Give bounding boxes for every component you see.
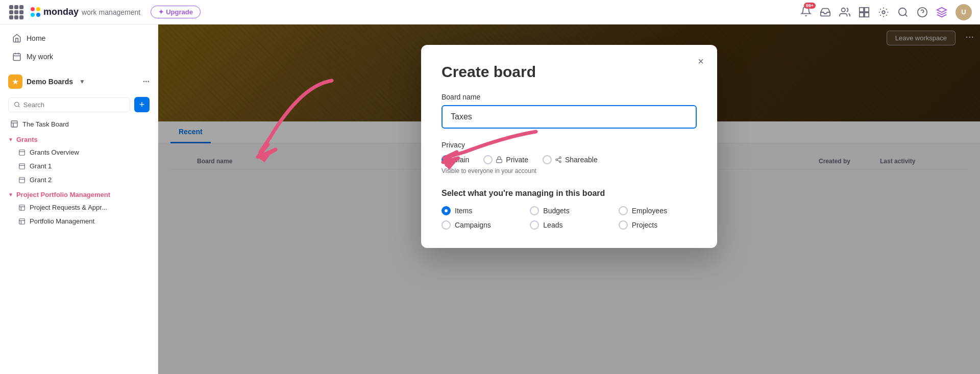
- app-subtitle: work management: [82, 8, 140, 16]
- board-name-label: Board name: [442, 93, 697, 101]
- search-box[interactable]: [8, 97, 130, 112]
- manage-leads-label: Leads: [543, 221, 562, 229]
- privacy-shareable-label: Shareable: [565, 156, 598, 164]
- user-avatar[interactable]: U: [955, 4, 972, 20]
- manage-projects-label: Projects: [632, 221, 658, 229]
- workspace-more-icon[interactable]: ···: [143, 77, 150, 86]
- share-icon: [555, 156, 562, 163]
- svg-rect-2: [865, 7, 869, 11]
- workspace-chevron-icon: ▼: [79, 78, 85, 85]
- manage-campaigns-radio[interactable]: [442, 220, 451, 230]
- notification-count: 99+: [804, 3, 816, 9]
- svg-rect-1: [860, 7, 864, 11]
- workspace-name: Demo Boards: [27, 78, 73, 86]
- ai-icon[interactable]: [936, 7, 947, 18]
- modal-close-button[interactable]: ×: [693, 53, 709, 69]
- sidebar-item-mywork[interactable]: My work: [4, 48, 154, 65]
- privacy-private-option[interactable]: Private: [483, 155, 528, 164]
- topnav-right-icons: 99+ U: [800, 4, 972, 20]
- privacy-main-radio[interactable]: [442, 155, 451, 164]
- app-logo: monday work management: [31, 7, 140, 17]
- svg-point-5: [882, 11, 885, 14]
- privacy-private-label: Private: [506, 156, 528, 164]
- project-requests-label: Project Requests & Appr...: [30, 204, 107, 211]
- search-topnav-icon[interactable]: [897, 7, 909, 18]
- sidebar-item-grant2[interactable]: Grant 2: [2, 173, 156, 186]
- sidebar-item-grants-overview[interactable]: Grants Overview: [2, 146, 156, 159]
- manage-items-option[interactable]: Items: [442, 206, 520, 215]
- manage-items-label: Items: [455, 207, 472, 215]
- main-content: Leave workspace ··· Recent Board name Cr…: [158, 24, 980, 374]
- sidebar-mywork-label: My work: [27, 53, 53, 61]
- search-input[interactable]: [23, 101, 125, 109]
- notification-button[interactable]: 99+: [800, 6, 812, 19]
- board-name-input[interactable]: [442, 105, 697, 129]
- svg-line-19: [18, 106, 19, 107]
- manage-employees-radio[interactable]: [619, 206, 628, 215]
- help-icon[interactable]: [917, 7, 928, 18]
- add-button[interactable]: +: [134, 97, 150, 112]
- manage-employees-label: Employees: [632, 207, 667, 215]
- inbox-icon[interactable]: [820, 7, 831, 18]
- svg-point-38: [559, 161, 561, 163]
- manage-section: Select what you're managing in this boar…: [442, 189, 697, 230]
- privacy-shareable-option[interactable]: Shareable: [543, 155, 598, 164]
- svg-marker-41: [258, 151, 273, 162]
- portfolio-arrow-icon: ▼: [8, 192, 13, 197]
- manage-options-grid: Items Budgets Employees Campaigns: [442, 206, 697, 230]
- modal-overlay: × Create board Board name Privacy Main: [158, 24, 980, 374]
- svg-rect-20: [11, 121, 17, 127]
- sidebar-item-home[interactable]: Home: [4, 30, 154, 47]
- manage-campaigns-label: Campaigns: [455, 221, 491, 229]
- sidebar-item-task-board[interactable]: The Task Board: [2, 117, 156, 131]
- privacy-main-option[interactable]: Main: [442, 155, 469, 164]
- section-project-portfolio[interactable]: ▼ Project Portfolio Management: [0, 187, 158, 201]
- svg-rect-4: [860, 12, 864, 16]
- manage-leads-option[interactable]: Leads: [530, 220, 608, 230]
- svg-rect-14: [13, 54, 20, 61]
- task-board-label: The Task Board: [22, 120, 148, 128]
- automations-icon[interactable]: [878, 7, 889, 18]
- workspace-header[interactable]: ★ Demo Boards ▼ ···: [0, 70, 158, 93]
- people-icon[interactable]: [839, 7, 850, 18]
- privacy-shareable-radio[interactable]: [543, 155, 552, 164]
- privacy-section: Privacy Main Private: [442, 141, 697, 174]
- sidebar-item-project-requests[interactable]: Project Requests & Appr...: [2, 201, 156, 214]
- search-icon: [14, 101, 20, 108]
- grants-overview-label: Grants Overview: [30, 148, 79, 156]
- svg-line-40: [557, 158, 559, 159]
- manage-label: Select what you're managing in this boar…: [442, 189, 697, 198]
- main-layout: Home My work ★ Demo Boards ▼ ··· + The: [0, 24, 980, 374]
- pink-arrow-add: [219, 76, 352, 178]
- manage-employees-option[interactable]: Employees: [619, 206, 697, 215]
- manage-items-radio[interactable]: [442, 206, 451, 215]
- svg-point-36: [559, 157, 561, 159]
- sidebar-home-label: Home: [27, 34, 45, 42]
- privacy-description: Visible to everyone in your account: [442, 167, 697, 174]
- svg-rect-29: [19, 205, 25, 210]
- sidebar: Home My work ★ Demo Boards ▼ ··· + The: [0, 24, 158, 374]
- grant1-label: Grant 1: [30, 162, 52, 170]
- workspace-icon: ★: [8, 74, 22, 89]
- svg-line-39: [557, 160, 559, 161]
- upgrade-button[interactable]: ✦ Upgrade: [151, 6, 201, 18]
- manage-projects-option[interactable]: Projects: [619, 220, 697, 230]
- svg-rect-23: [19, 149, 25, 155]
- manage-budgets-radio[interactable]: [530, 206, 539, 215]
- svg-rect-35: [497, 159, 502, 162]
- svg-point-0: [842, 8, 845, 11]
- manage-leads-radio[interactable]: [530, 220, 539, 230]
- modal-title: Create board: [442, 63, 697, 81]
- sidebar-item-grant1[interactable]: Grant 1: [2, 160, 156, 172]
- integrations-icon[interactable]: [859, 7, 870, 18]
- grid-menu-icon[interactable]: [8, 4, 24, 20]
- manage-budgets-option[interactable]: Budgets: [530, 206, 608, 215]
- privacy-private-radio[interactable]: [483, 155, 493, 164]
- svg-rect-3: [865, 12, 869, 16]
- sidebar-item-portfolio-mgmt[interactable]: Portfolio Management: [2, 215, 156, 228]
- svg-rect-27: [19, 177, 25, 183]
- manage-campaigns-option[interactable]: Campaigns: [442, 220, 520, 230]
- svg-rect-32: [19, 218, 25, 224]
- section-grants[interactable]: ▼ Grants: [0, 132, 158, 145]
- manage-projects-radio[interactable]: [619, 220, 628, 230]
